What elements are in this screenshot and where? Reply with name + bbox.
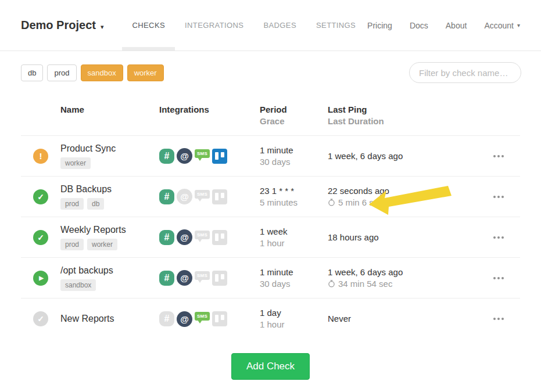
tag-filter-worker[interactable]: worker [127, 64, 164, 81]
status-warning-icon: ! [33, 149, 48, 164]
grace-value: 5 minutes [260, 197, 328, 208]
check-name-filter-input[interactable] [409, 62, 521, 83]
email-icon[interactable]: @ [177, 270, 192, 286]
status-up-icon: ✓ [33, 230, 48, 245]
sms-icon[interactable]: SMS [195, 269, 210, 285]
check-name: Product Sync [60, 143, 159, 154]
status-running-icon: ▶ [33, 271, 48, 286]
check-link[interactable]: /opt backups sandbox [60, 265, 159, 291]
slack-icon[interactable]: # [159, 311, 174, 326]
check-name: Weekly Reports [60, 225, 159, 235]
sms-icon[interactable]: SMS [195, 229, 210, 244]
tag-filter-db[interactable]: db [21, 64, 43, 81]
tag-filter-list: db prod sandbox worker [21, 64, 164, 81]
col-header-last-ping: Last Ping [328, 104, 477, 116]
trello-icon[interactable] [212, 311, 227, 326]
col-header-last-duration: Last Duration [328, 116, 477, 127]
check-name: DB Backups [60, 184, 159, 195]
nav-link-pricing[interactable]: Pricing [367, 21, 392, 30]
period-value: 1 minute [260, 267, 328, 278]
check-link[interactable]: Weekly Reports prod worker [60, 225, 159, 250]
chevron-down-icon: ▾ [517, 22, 520, 28]
row-menu-button[interactable] [493, 155, 504, 157]
last-ping-value: 1 week, 6 days ago [328, 150, 477, 162]
tab-integrations[interactable]: INTEGRATIONS [175, 0, 253, 51]
table-row: ✓ New Reports # @ SMS 1 day 1 hour Never [21, 299, 520, 339]
slack-icon[interactable]: # [159, 271, 174, 286]
row-menu-button[interactable] [493, 196, 504, 198]
last-duration-value: 5 min 6 sec [338, 197, 383, 208]
last-ping-value: 22 seconds ago [328, 185, 477, 197]
slack-icon[interactable]: # [159, 189, 174, 204]
slack-icon[interactable]: # [159, 149, 174, 164]
check-link[interactable]: Product Sync worker [60, 143, 159, 169]
check-tag: prod [60, 239, 84, 250]
check-link[interactable]: DB Backups prod db [60, 184, 159, 210]
email-icon[interactable]: @ [177, 311, 192, 327]
check-link[interactable]: New Reports [60, 314, 159, 324]
sms-icon[interactable]: SMS [195, 148, 210, 163]
stopwatch-icon [328, 199, 335, 206]
row-menu-button[interactable] [493, 318, 504, 320]
check-tag: prod [60, 198, 84, 210]
trello-icon[interactable] [212, 189, 227, 204]
last-duration-value: 34 min 54 sec [338, 278, 392, 290]
grace-value: 30 days [260, 156, 328, 168]
check-name: /opt backups [60, 265, 159, 276]
table-header-row: Name Integrations Period Grace Last Ping… [21, 98, 520, 136]
table-row: ▶ /opt backups sandbox # @ SMS 1 minute … [21, 258, 520, 299]
period-value: 1 week [260, 226, 328, 238]
secondary-nav: Pricing Docs About Account ▾ [367, 21, 520, 30]
tab-settings[interactable]: SETTINGS [306, 0, 366, 51]
email-icon[interactable]: @ [177, 229, 192, 245]
grace-value: 1 hour [260, 238, 328, 249]
trello-icon[interactable] [212, 230, 227, 245]
account-menu[interactable]: Account ▾ [484, 21, 520, 30]
last-ping-value: Never [328, 313, 477, 325]
col-header-integrations: Integrations [159, 104, 260, 116]
grace-value: 30 days [260, 278, 328, 290]
check-tag: sandbox [60, 279, 96, 291]
slack-icon[interactable]: # [159, 230, 174, 245]
row-menu-button[interactable] [493, 277, 504, 279]
top-navigation: Demo Project ▾ CHECKS INTEGRATIONS BADGE… [0, 0, 541, 51]
sms-icon[interactable]: SMS [195, 310, 210, 325]
table-row: ✓ Weekly Reports prod worker # @ SMS 1 w… [21, 217, 520, 258]
check-tag: worker [87, 239, 117, 250]
stopwatch-icon [328, 280, 335, 287]
grace-value: 1 hour [260, 319, 328, 330]
col-header-grace: Grace [260, 116, 328, 127]
table-row: ! Product Sync worker # @ SMS 1 minute 3… [21, 136, 520, 177]
nav-link-docs[interactable]: Docs [410, 21, 428, 30]
tab-badges[interactable]: BADGES [253, 0, 306, 51]
email-icon[interactable]: @ [177, 148, 192, 164]
add-check-button[interactable]: Add Check [231, 353, 310, 380]
status-new-icon: ✓ [33, 311, 48, 326]
period-value: 1 day [260, 307, 328, 319]
check-name: New Reports [60, 314, 159, 324]
last-ping-value: 1 week, 6 days ago [328, 267, 477, 278]
status-up-icon: ✓ [33, 189, 48, 204]
email-icon[interactable]: @ [177, 189, 192, 204]
check-tag: worker [60, 157, 91, 169]
trello-icon[interactable] [212, 149, 227, 164]
tag-filter-sandbox[interactable]: sandbox [81, 64, 123, 81]
sms-icon[interactable]: SMS [195, 188, 210, 203]
col-header-name: Name [60, 104, 159, 116]
last-ping-value: 18 hours ago [328, 232, 477, 243]
trello-icon[interactable] [212, 271, 227, 286]
col-header-period: Period [260, 104, 328, 116]
project-switcher[interactable]: Demo Project ▾ [21, 19, 103, 32]
account-label: Account [484, 21, 514, 30]
tab-checks[interactable]: CHECKS [122, 0, 175, 51]
check-tag: db [87, 198, 104, 210]
chevron-down-icon: ▾ [101, 23, 104, 31]
period-value: 1 minute [260, 145, 328, 156]
nav-link-about[interactable]: About [446, 21, 467, 30]
project-name: Demo Project [21, 19, 96, 32]
filter-bar: db prod sandbox worker [0, 51, 541, 83]
period-value: 23 1 * * * [260, 185, 328, 197]
tag-filter-prod[interactable]: prod [47, 64, 76, 81]
row-menu-button[interactable] [493, 236, 504, 239]
checks-table: Name Integrations Period Grace Last Ping… [21, 98, 520, 339]
